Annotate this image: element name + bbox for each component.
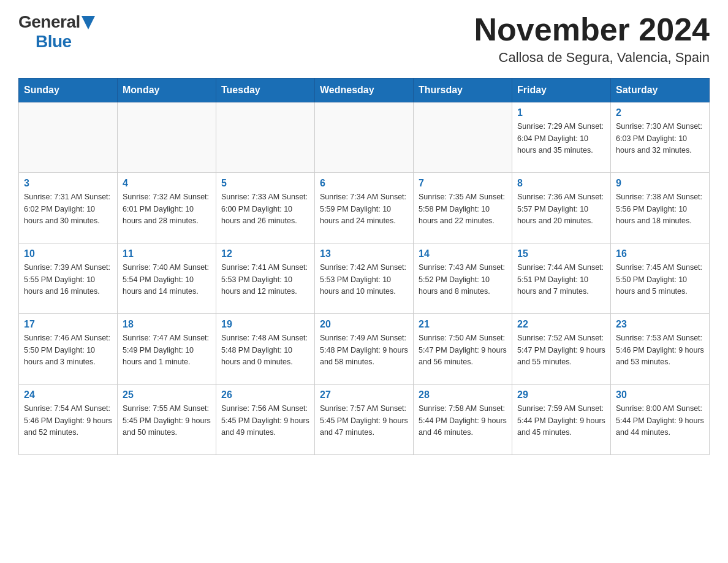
- column-header-friday: Friday: [512, 79, 611, 102]
- day-info: Sunrise: 7:45 AM Sunset: 5:50 PM Dayligh…: [616, 262, 704, 297]
- calendar-cell: [315, 102, 414, 173]
- day-number: 17: [24, 319, 112, 330]
- calendar-cell: 8Sunrise: 7:36 AM Sunset: 5:57 PM Daylig…: [512, 173, 611, 243]
- calendar-header-row: SundayMondayTuesdayWednesdayThursdayFrid…: [19, 79, 710, 102]
- day-info: Sunrise: 7:49 AM Sunset: 5:48 PM Dayligh…: [320, 332, 408, 368]
- day-info: Sunrise: 7:58 AM Sunset: 5:44 PM Dayligh…: [419, 403, 507, 439]
- day-info: Sunrise: 7:29 AM Sunset: 6:04 PM Dayligh…: [517, 121, 605, 156]
- calendar-cell: 1Sunrise: 7:29 AM Sunset: 6:04 PM Daylig…: [512, 102, 611, 173]
- calendar-cell: 17Sunrise: 7:46 AM Sunset: 5:50 PM Dayli…: [19, 314, 118, 385]
- day-number: 28: [419, 389, 507, 400]
- day-info: Sunrise: 7:54 AM Sunset: 5:46 PM Dayligh…: [24, 403, 112, 439]
- calendar-cell: 11Sunrise: 7:40 AM Sunset: 5:54 PM Dayli…: [118, 243, 216, 314]
- day-number: 26: [221, 389, 309, 400]
- column-header-sunday: Sunday: [19, 79, 118, 102]
- day-info: Sunrise: 7:47 AM Sunset: 5:49 PM Dayligh…: [123, 332, 211, 368]
- day-info: Sunrise: 7:56 AM Sunset: 5:45 PM Dayligh…: [221, 403, 309, 439]
- day-number: 23: [616, 319, 704, 330]
- calendar-cell: 14Sunrise: 7:43 AM Sunset: 5:52 PM Dayli…: [414, 243, 512, 314]
- day-number: 15: [517, 248, 605, 259]
- day-info: Sunrise: 7:44 AM Sunset: 5:51 PM Dayligh…: [517, 262, 605, 297]
- day-info: Sunrise: 7:59 AM Sunset: 5:44 PM Dayligh…: [517, 403, 605, 439]
- day-info: Sunrise: 7:55 AM Sunset: 5:45 PM Dayligh…: [123, 403, 211, 439]
- day-info: Sunrise: 7:46 AM Sunset: 5:50 PM Dayligh…: [24, 332, 112, 368]
- title-block: November 2024 Callosa de Segura, Valenci…: [474, 12, 710, 66]
- logo-triangle-icon: [82, 16, 95, 29]
- day-info: Sunrise: 7:33 AM Sunset: 6:00 PM Dayligh…: [221, 191, 309, 227]
- location: Callosa de Segura, Valencia, Spain: [474, 50, 710, 66]
- day-info: Sunrise: 8:00 AM Sunset: 5:44 PM Dayligh…: [616, 403, 704, 439]
- calendar-cell: 22Sunrise: 7:52 AM Sunset: 5:47 PM Dayli…: [512, 314, 611, 385]
- day-number: 5: [221, 178, 309, 189]
- day-number: 16: [616, 248, 704, 259]
- week-row-1: 1Sunrise: 7:29 AM Sunset: 6:04 PM Daylig…: [19, 102, 710, 173]
- day-info: Sunrise: 7:52 AM Sunset: 5:47 PM Dayligh…: [517, 332, 605, 368]
- day-number: 7: [419, 178, 507, 189]
- day-number: 13: [320, 248, 408, 259]
- day-number: 27: [320, 389, 408, 400]
- week-row-3: 10Sunrise: 7:39 AM Sunset: 5:55 PM Dayli…: [19, 243, 710, 314]
- calendar-cell: 13Sunrise: 7:42 AM Sunset: 5:53 PM Dayli…: [315, 243, 414, 314]
- day-number: 22: [517, 319, 605, 330]
- day-number: 10: [24, 248, 112, 259]
- day-number: 24: [24, 389, 112, 400]
- day-number: 2: [616, 107, 704, 118]
- calendar-cell: 24Sunrise: 7:54 AM Sunset: 5:46 PM Dayli…: [19, 385, 118, 455]
- calendar-cell: 4Sunrise: 7:32 AM Sunset: 6:01 PM Daylig…: [118, 173, 216, 243]
- calendar-cell: 18Sunrise: 7:47 AM Sunset: 5:49 PM Dayli…: [118, 314, 216, 385]
- day-info: Sunrise: 7:42 AM Sunset: 5:53 PM Dayligh…: [320, 262, 408, 297]
- calendar-cell: 10Sunrise: 7:39 AM Sunset: 5:55 PM Dayli…: [19, 243, 118, 314]
- calendar-cell: 28Sunrise: 7:58 AM Sunset: 5:44 PM Dayli…: [414, 385, 512, 455]
- day-info: Sunrise: 7:40 AM Sunset: 5:54 PM Dayligh…: [123, 262, 211, 297]
- day-info: Sunrise: 7:38 AM Sunset: 5:56 PM Dayligh…: [616, 191, 704, 227]
- week-row-2: 3Sunrise: 7:31 AM Sunset: 6:02 PM Daylig…: [19, 173, 710, 243]
- day-number: 4: [123, 178, 211, 189]
- calendar-cell: 15Sunrise: 7:44 AM Sunset: 5:51 PM Dayli…: [512, 243, 611, 314]
- day-number: 29: [517, 389, 605, 400]
- column-header-thursday: Thursday: [414, 79, 512, 102]
- day-number: 30: [616, 389, 704, 400]
- day-info: Sunrise: 7:35 AM Sunset: 5:58 PM Dayligh…: [419, 191, 507, 227]
- calendar-cell: [216, 102, 315, 173]
- day-number: 9: [616, 178, 704, 189]
- logo: General Blue: [18, 12, 95, 52]
- calendar-cell: [19, 102, 118, 173]
- calendar-cell: 23Sunrise: 7:53 AM Sunset: 5:46 PM Dayli…: [611, 314, 710, 385]
- column-header-wednesday: Wednesday: [315, 79, 414, 102]
- day-number: 19: [221, 319, 309, 330]
- logo-general-text: General: [18, 12, 80, 32]
- calendar-cell: [414, 102, 512, 173]
- day-info: Sunrise: 7:50 AM Sunset: 5:47 PM Dayligh…: [419, 332, 507, 368]
- svg-marker-0: [82, 16, 95, 29]
- calendar-cell: 5Sunrise: 7:33 AM Sunset: 6:00 PM Daylig…: [216, 173, 315, 243]
- column-header-saturday: Saturday: [611, 79, 710, 102]
- column-header-tuesday: Tuesday: [216, 79, 315, 102]
- day-number: 18: [123, 319, 211, 330]
- day-info: Sunrise: 7:57 AM Sunset: 5:45 PM Dayligh…: [320, 403, 408, 439]
- calendar-cell: 30Sunrise: 8:00 AM Sunset: 5:44 PM Dayli…: [611, 385, 710, 455]
- day-info: Sunrise: 7:34 AM Sunset: 5:59 PM Dayligh…: [320, 191, 408, 227]
- calendar-cell: 6Sunrise: 7:34 AM Sunset: 5:59 PM Daylig…: [315, 173, 414, 243]
- calendar-cell: 25Sunrise: 7:55 AM Sunset: 5:45 PM Dayli…: [118, 385, 216, 455]
- day-number: 20: [320, 319, 408, 330]
- calendar-cell: 26Sunrise: 7:56 AM Sunset: 5:45 PM Dayli…: [216, 385, 315, 455]
- calendar-cell: 12Sunrise: 7:41 AM Sunset: 5:53 PM Dayli…: [216, 243, 315, 314]
- column-header-monday: Monday: [118, 79, 216, 102]
- calendar-cell: 2Sunrise: 7:30 AM Sunset: 6:03 PM Daylig…: [611, 102, 710, 173]
- day-info: Sunrise: 7:39 AM Sunset: 5:55 PM Dayligh…: [24, 262, 112, 297]
- day-info: Sunrise: 7:41 AM Sunset: 5:53 PM Dayligh…: [221, 262, 309, 297]
- day-number: 11: [123, 248, 211, 259]
- day-number: 25: [123, 389, 211, 400]
- day-number: 6: [320, 178, 408, 189]
- calendar-cell: 21Sunrise: 7:50 AM Sunset: 5:47 PM Dayli…: [414, 314, 512, 385]
- calendar-cell: 3Sunrise: 7:31 AM Sunset: 6:02 PM Daylig…: [19, 173, 118, 243]
- calendar-cell: 29Sunrise: 7:59 AM Sunset: 5:44 PM Dayli…: [512, 385, 611, 455]
- calendar-cell: 16Sunrise: 7:45 AM Sunset: 5:50 PM Dayli…: [611, 243, 710, 314]
- calendar-cell: [118, 102, 216, 173]
- day-number: 3: [24, 178, 112, 189]
- month-title: November 2024: [474, 12, 710, 47]
- day-info: Sunrise: 7:48 AM Sunset: 5:48 PM Dayligh…: [221, 332, 309, 368]
- day-info: Sunrise: 7:53 AM Sunset: 5:46 PM Dayligh…: [616, 332, 704, 368]
- week-row-4: 17Sunrise: 7:46 AM Sunset: 5:50 PM Dayli…: [19, 314, 710, 385]
- calendar-cell: 19Sunrise: 7:48 AM Sunset: 5:48 PM Dayli…: [216, 314, 315, 385]
